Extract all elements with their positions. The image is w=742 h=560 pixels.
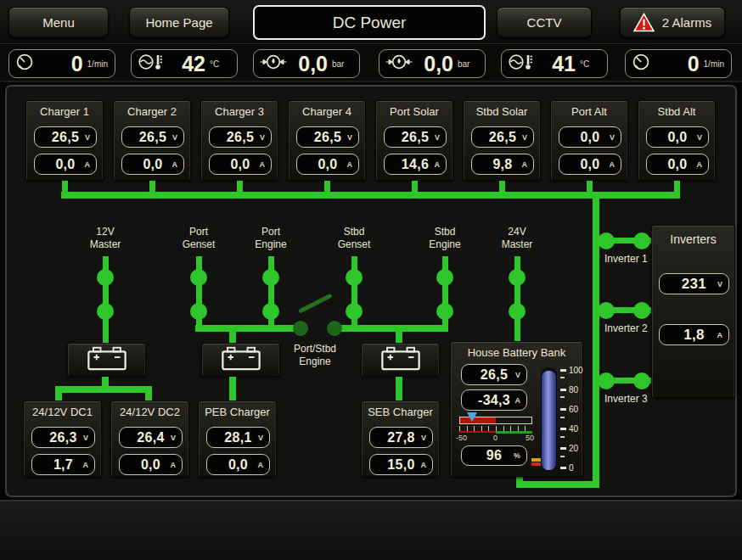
voltage-unit: V <box>610 133 615 142</box>
source-box-port-alt: Port Alt 0,0V 0,0A <box>550 100 628 181</box>
dc-power-screen: { "topbar": { "menu": "Menu", "home": "H… <box>0 0 742 560</box>
current-value: -34,3 <box>478 393 510 408</box>
rpm-value: 0 <box>650 53 700 75</box>
bar-scale-label: 40 <box>569 425 578 434</box>
breaker-contact-dot <box>436 269 453 286</box>
inverters-panel: Inverters 231V 1,8A <box>651 225 735 398</box>
voltage-unit: V <box>347 133 352 142</box>
source-box-charger-3: Charger 3 26,5V 0,0A <box>200 100 278 181</box>
tie-switch-contact-open[interactable] <box>293 321 308 336</box>
home-page-button[interactable]: Home Page <box>129 7 229 38</box>
current-unit: A <box>421 461 427 469</box>
soc-bar-gauge <box>541 367 557 471</box>
voltage-value: 26,5 <box>489 130 516 145</box>
soc-bar-fill <box>542 371 556 470</box>
current-value: 0,0 <box>141 457 160 473</box>
tie-switch-contact-open[interactable] <box>327 321 342 336</box>
source-title: Charger 2 <box>114 105 190 118</box>
current-unit: A <box>83 461 89 469</box>
voltage-unit: V <box>85 133 90 142</box>
converter-title: SEB Charger <box>362 406 439 418</box>
menu-button[interactable]: Menu <box>8 7 109 38</box>
source-box-stbd-alt: Stbd Alt 0,0V 0,0A <box>638 100 716 181</box>
current-value: 0,0 <box>580 157 599 172</box>
converter-box-dc1: 24/12V DC1 26,3V 1,7A <box>23 400 102 477</box>
tie-switch-label: Port/StbdEngine <box>279 343 351 368</box>
voltage-field: 26,5V <box>471 126 534 148</box>
stbd-junction-line <box>334 325 448 332</box>
alarm-warning-icon <box>633 13 655 32</box>
cctv-button[interactable]: CCTV <box>497 7 592 38</box>
inverter-contact-dot <box>598 372 615 389</box>
current-value: 9,8 <box>492 157 512 172</box>
voltage-value: 26,5 <box>314 130 341 145</box>
source-title: Charger 3 <box>201 105 278 118</box>
voltage-field: 231V <box>659 273 729 294</box>
stbd-oil-pressure-gauge: 0,0 bar <box>379 49 486 78</box>
temperature-value: 42 <box>163 53 205 75</box>
alarms-button[interactable]: 2 Alarms <box>620 7 725 38</box>
breaker-contact-dot <box>97 269 114 286</box>
bus-segment <box>55 386 152 393</box>
source-title: Port Alt <box>551 105 627 118</box>
converter-title: 24/12V DC2 <box>111 406 188 418</box>
current-gauge-red-zone <box>460 417 496 423</box>
current-value: 1,7 <box>53 457 73 473</box>
inverter-contact-dot <box>633 302 650 319</box>
battery-icon <box>220 344 262 375</box>
gauge-tick-label: -50 <box>456 434 467 442</box>
bus-segment <box>229 377 236 400</box>
current-unit: A <box>435 160 441 169</box>
rpm-unit: 1/min <box>704 59 724 69</box>
engine-gauge-strip: 0 1/min 42 °C 0,0 bar 0,0 bar 41 °C 0 1/… <box>0 45 742 82</box>
bus-segment <box>229 332 236 343</box>
temperature-value: 41 <box>533 53 576 75</box>
current-value: 1,8 <box>683 327 705 344</box>
alarms-count-label: 2 Alarms <box>662 15 711 30</box>
oil-pressure-unit: bar <box>332 59 352 69</box>
source-box-port-solar: Port Solar 26,5V 14,6A <box>375 100 453 181</box>
breaker-contact-dot <box>190 269 207 286</box>
breaker-contact-dot <box>509 269 526 286</box>
temperature-unit: °C <box>580 59 600 69</box>
voltage-field: 26,4V <box>119 427 183 448</box>
voltage-field: 26,5V <box>296 126 359 148</box>
breaker-line <box>351 256 357 332</box>
battery-symbol-seb <box>361 343 440 377</box>
current-value: 0,0 <box>318 157 337 172</box>
breaker-contact-dot <box>436 303 453 320</box>
current-field: 0,0A <box>209 154 272 175</box>
bar-scale-label: 0 <box>569 464 574 473</box>
menu-button-label: Menu <box>42 15 75 30</box>
status-bar: SOG 0,1 kn COG 328 ° Total Consumption 0… <box>0 500 742 560</box>
source-box-charger-2: Charger 2 26,5V 0,0A <box>113 100 191 181</box>
current-field: 0,0A <box>121 154 184 175</box>
inverter-contact-dot <box>598 232 615 249</box>
voltage-field: 26,5V <box>121 126 184 148</box>
temperature-icon <box>138 53 163 75</box>
converter-box-seb-charger: SEB Charger 27,8V 15,0A <box>361 400 440 477</box>
voltage-unit: V <box>515 371 520 379</box>
main-dc-bus <box>61 192 680 199</box>
breaker-contact-dot <box>346 303 363 320</box>
voltage-value: 0,0 <box>667 130 687 145</box>
voltage-unit: V <box>522 133 527 142</box>
oil-pressure-icon <box>260 53 287 75</box>
breaker-label-12v-master: 12VMaster <box>70 226 141 251</box>
rpm-value: 0 <box>34 53 83 75</box>
soc-value: 96 <box>486 448 502 463</box>
current-mini-gauge: -50 0 50 <box>456 415 537 445</box>
source-box-charger-1: Charger 1 26,5V 0,0A <box>25 100 104 181</box>
cctv-button-label: CCTV <box>527 15 562 30</box>
voltage-value: 26,5 <box>52 130 79 145</box>
source-title: Charger 1 <box>26 105 103 118</box>
breaker-contact-dot <box>262 269 279 286</box>
current-gauge-pointer <box>467 412 477 422</box>
voltage-unit: V <box>717 280 722 288</box>
current-value: 0,0 <box>667 157 687 172</box>
gauge-tick-label: 50 <box>526 434 534 442</box>
voltage-field: 26,3V <box>31 427 95 448</box>
tie-switch-blade <box>298 294 333 314</box>
current-unit: A <box>522 160 528 169</box>
source-title: Stbd Alt <box>638 105 715 118</box>
